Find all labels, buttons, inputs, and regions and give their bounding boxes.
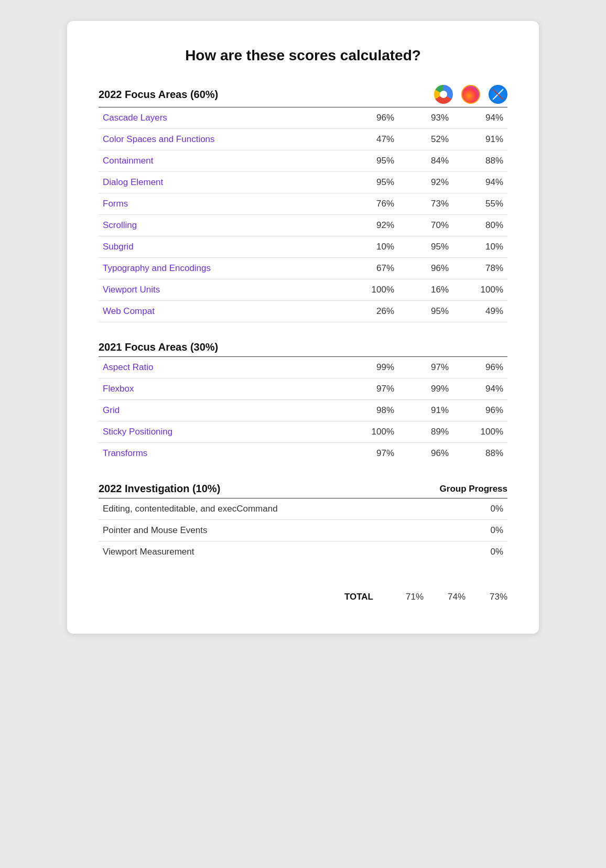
row-value: 16% — [398, 279, 453, 301]
table-row: Scrolling92%70%80% — [99, 215, 507, 236]
row-value: 10% — [453, 236, 507, 258]
investigation-header: 2022 Investigation (10%) Group Progress — [99, 483, 507, 495]
page-title: How are these scores calculated? — [99, 47, 507, 64]
table-row: Containment95%84%88% — [99, 150, 507, 172]
row-label[interactable]: Web Compat — [99, 301, 344, 322]
section-2021-header-row: 2021 Focus Areas (30%) — [99, 341, 507, 353]
row-value: 94% — [453, 107, 507, 129]
table-row: Viewport Units100%16%100% — [99, 279, 507, 301]
row-value: 70% — [398, 215, 453, 236]
row-value: 96% — [344, 107, 398, 129]
row-label: Editing, contenteditable, and execComman… — [99, 498, 382, 520]
row-value: 49% — [453, 301, 507, 322]
main-card: How are these scores calculated? 2022 Fo… — [67, 21, 539, 634]
row-value: 67% — [344, 258, 398, 279]
row-value: 94% — [453, 172, 507, 193]
row-value: 98% — [344, 400, 398, 421]
row-value: 96% — [398, 443, 453, 464]
total-values: 71% 74% 73% — [382, 592, 507, 602]
row-value: 100% — [453, 421, 507, 443]
row-value: 94% — [453, 378, 507, 400]
row-value: 95% — [398, 236, 453, 258]
row-value: 100% — [344, 279, 398, 301]
row-value: 84% — [398, 150, 453, 172]
row-value: 95% — [398, 301, 453, 322]
row-label[interactable]: Subgrid — [99, 236, 344, 258]
row-value: 96% — [453, 400, 507, 421]
row-value: 91% — [453, 129, 507, 150]
row-label[interactable]: Color Spaces and Functions — [99, 129, 344, 150]
row-label[interactable]: Forms — [99, 193, 344, 215]
section-2021-focus: 2021 Focus Areas (30%) Aspect Ratio99%97… — [99, 341, 507, 464]
section-2022-header-row: 2022 Focus Areas (60%) — [99, 85, 507, 104]
row-value: 76% — [344, 193, 398, 215]
table-row: Forms76%73%55% — [99, 193, 507, 215]
section-2021-label: 2021 Focus Areas (30%) — [99, 341, 507, 353]
table-row: Dialog Element95%92%94% — [99, 172, 507, 193]
row-value: 99% — [398, 378, 453, 400]
table-row: Aspect Ratio99%97%96% — [99, 357, 507, 378]
row-value: 96% — [398, 258, 453, 279]
safari-icon — [489, 85, 507, 104]
firefox-icon — [461, 85, 480, 104]
row-label: Pointer and Mouse Events — [99, 520, 382, 541]
row-label[interactable]: Transforms — [99, 443, 344, 464]
row-value: 92% — [344, 215, 398, 236]
row-label[interactable]: Viewport Units — [99, 279, 344, 301]
row-value: 99% — [344, 357, 398, 378]
row-value: 97% — [398, 357, 453, 378]
section-2022-table: Cascade Layers96%93%94%Color Spaces and … — [99, 107, 507, 322]
row-label[interactable]: Scrolling — [99, 215, 344, 236]
row-value: 0% — [466, 520, 507, 541]
row-value: 95% — [344, 172, 398, 193]
section-investigation: 2022 Investigation (10%) Group Progress … — [99, 483, 507, 562]
row-value: 52% — [398, 129, 453, 150]
row-value: 0% — [466, 541, 507, 563]
table-row: Color Spaces and Functions47%52%91% — [99, 129, 507, 150]
row-value: 95% — [344, 150, 398, 172]
row-label[interactable]: Dialog Element — [99, 172, 344, 193]
investigation-table: Editing, contenteditable, and execComman… — [99, 498, 507, 562]
row-value: 73% — [398, 193, 453, 215]
total-row: TOTAL 71% 74% 73% — [99, 581, 507, 602]
row-value: 93% — [398, 107, 453, 129]
row-value: 26% — [344, 301, 398, 322]
table-row: Pointer and Mouse Events0% — [99, 520, 507, 541]
row-value: 10% — [344, 236, 398, 258]
row-value: 96% — [453, 357, 507, 378]
total-val-3: 73% — [466, 592, 507, 602]
row-value: 88% — [453, 150, 507, 172]
section-2022-label: 2022 Focus Areas (60%) — [99, 89, 371, 101]
row-label[interactable]: Containment — [99, 150, 344, 172]
row-value: 97% — [344, 443, 398, 464]
row-value: 80% — [453, 215, 507, 236]
row-value: 100% — [453, 279, 507, 301]
row-label[interactable]: Cascade Layers — [99, 107, 344, 129]
table-row: Typography and Encodings67%96%78% — [99, 258, 507, 279]
row-label: Viewport Measurement — [99, 541, 382, 563]
table-row: Web Compat26%95%49% — [99, 301, 507, 322]
table-row: Flexbox97%99%94% — [99, 378, 507, 400]
row-label[interactable]: Grid — [99, 400, 344, 421]
row-value: 0% — [466, 498, 507, 520]
row-label[interactable]: Flexbox — [99, 378, 344, 400]
row-value: 88% — [453, 443, 507, 464]
table-row: Transforms97%96%88% — [99, 443, 507, 464]
browser-icons — [371, 85, 507, 104]
table-row: Subgrid10%95%10% — [99, 236, 507, 258]
row-value: 55% — [453, 193, 507, 215]
row-value: 97% — [344, 378, 398, 400]
table-row: Viewport Measurement0% — [99, 541, 507, 563]
table-row: Grid98%91%96% — [99, 400, 507, 421]
section-2022-focus: 2022 Focus Areas (60%) Cascade Layers96%… — [99, 85, 507, 322]
section-2021-table: Aspect Ratio99%97%96%Flexbox97%99%94%Gri… — [99, 357, 507, 464]
investigation-label: 2022 Investigation (10%) — [99, 483, 220, 495]
table-row: Editing, contenteditable, and execComman… — [99, 498, 507, 520]
table-row: Sticky Positioning100%89%100% — [99, 421, 507, 443]
total-val-2: 74% — [424, 592, 466, 602]
row-label[interactable]: Typography and Encodings — [99, 258, 344, 279]
total-label: TOTAL — [344, 592, 373, 602]
row-value: 47% — [344, 129, 398, 150]
row-label[interactable]: Sticky Positioning — [99, 421, 344, 443]
row-label[interactable]: Aspect Ratio — [99, 357, 344, 378]
